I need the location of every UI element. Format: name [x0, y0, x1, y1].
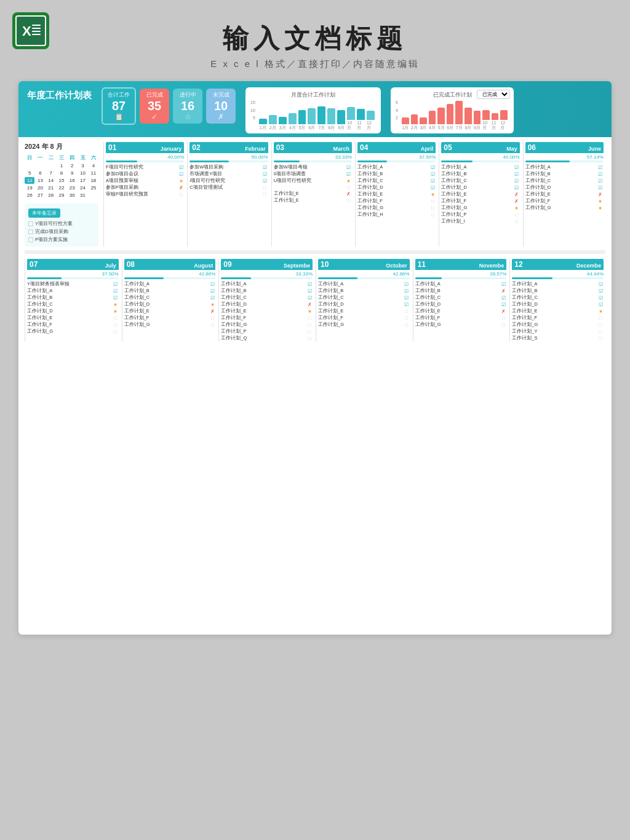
- cal-day[interactable]: 8: [57, 170, 66, 176]
- task-name: 工作计划_G: [415, 322, 500, 328]
- svg-text:X: X: [22, 23, 31, 39]
- monthly-bar-group: 1月: [259, 119, 267, 131]
- monthly-bar-group: 10月: [347, 107, 355, 131]
- cal-day[interactable]: 22: [57, 184, 66, 191]
- cal-day[interactable]: 26: [25, 192, 34, 199]
- cal-day[interactable]: 5: [25, 170, 34, 176]
- task-name: 工作计划_C: [318, 295, 402, 301]
- month-column: 09Septembe33.33%工作计划_A☑工作计划_B☑工作计划_C☑工作计…: [218, 259, 314, 342]
- cal-day[interactable]: 11: [89, 170, 98, 176]
- month-num: 03: [276, 143, 284, 152]
- cal-day[interactable]: 27: [35, 192, 45, 199]
- month-name: Septembe: [284, 263, 310, 269]
- month-column: 11Novembe28.57%工作计划_A☑工作计划_B✗工作计划_C☑工作计划…: [413, 259, 509, 342]
- completed-bar-chart: 1月2月3月4月5月6月7月8月9月10月11月12月: [401, 100, 509, 131]
- status-empty-icon: □: [306, 336, 313, 341]
- status-star-icon: ★: [346, 178, 352, 184]
- task-item: 工作计划_E✗: [525, 191, 604, 197]
- cal-day[interactable]: 18: [89, 177, 98, 184]
- cal-day[interactable]: 20: [35, 184, 45, 191]
- monthly-bar: [279, 117, 287, 124]
- cal-day[interactable]: 19: [25, 184, 34, 191]
- cal-day[interactable]: 24: [78, 184, 87, 191]
- cal-day[interactable]: 12: [25, 177, 34, 184]
- month-name: October: [386, 263, 407, 269]
- task-name: 工作计划_A: [441, 164, 512, 170]
- cal-day[interactable]: 28: [46, 192, 56, 199]
- cal-day[interactable]: 2: [67, 162, 77, 169]
- cal-day[interactable]: 31: [78, 192, 87, 199]
- y-axis-15: 15: [250, 100, 257, 105]
- month-progress: 57.14%: [525, 154, 604, 160]
- month-name: August: [194, 263, 213, 269]
- cal-day[interactable]: 29: [57, 192, 66, 199]
- month-column: 04April37.50%工作计划_A☑工作计划_B☑工作计划_C☑工作计划_D…: [355, 142, 437, 247]
- cal-day[interactable]: 7: [46, 170, 56, 176]
- monthly-bar: [298, 110, 306, 124]
- task-name: 工作计划_G: [512, 322, 596, 328]
- stat-todo-icon: ✗: [211, 113, 231, 121]
- task-item: 参加P项目采购✗: [106, 184, 184, 191]
- cal-day[interactable]: 30: [67, 192, 77, 199]
- bar-month-label-r: 5月: [438, 125, 445, 131]
- month-progress-bar: [512, 277, 604, 279]
- task-item: 工作计划_E✗: [274, 191, 352, 197]
- stat-done-label: 已完成: [145, 91, 164, 99]
- cal-day[interactable]: 3: [78, 162, 87, 169]
- task-name: 工作计划_F: [525, 198, 596, 204]
- month-header: 07July: [27, 259, 119, 270]
- status-empty-icon: □: [404, 322, 410, 328]
- task-name: F项目可行性研究: [106, 164, 177, 170]
- cal-day[interactable]: 6: [35, 170, 45, 176]
- month-progress: 50.00%: [189, 154, 268, 160]
- task-name: 工作计划_G: [357, 205, 428, 211]
- cal-day[interactable]: 15: [57, 177, 66, 184]
- task-item: 工作计划_D☑: [415, 301, 507, 307]
- completed-bar: [492, 113, 499, 120]
- month-num: 11: [418, 260, 426, 269]
- completed-bar-group: 10月: [482, 110, 490, 132]
- task-item: 工作计划_G□: [357, 205, 436, 211]
- month-header: 04April: [357, 142, 436, 153]
- cal-day[interactable]: 9: [67, 170, 77, 176]
- cal-day[interactable]: 1: [57, 162, 66, 169]
- task-name: 工作计划_G: [124, 322, 209, 328]
- status-x-icon: ✗: [514, 199, 520, 204]
- status-empty-icon: □: [404, 309, 410, 314]
- task-name: 工作计划_F: [124, 315, 209, 321]
- status-x-icon: ✗: [209, 309, 215, 314]
- status-done-icon: ☑: [346, 165, 352, 170]
- task-name: 工作计划_B: [415, 288, 500, 294]
- note-checkbox[interactable]: [28, 221, 33, 226]
- note-checkbox[interactable]: [28, 229, 33, 234]
- status-empty-icon: □: [306, 315, 313, 321]
- task-item: 工作计划_F✗: [441, 198, 519, 204]
- cal-day[interactable]: 16: [67, 177, 77, 184]
- task-name: 工作计划_A: [124, 281, 209, 287]
- calendar-grid: 日一二三四五六123456789101112131415161718192021…: [25, 154, 98, 199]
- cal-day[interactable]: 17: [78, 177, 87, 184]
- status-x-icon: ✗: [514, 192, 520, 197]
- task-item: 工作计划_Q□: [221, 335, 313, 341]
- cal-day[interactable]: 23: [67, 184, 77, 191]
- cal-day[interactable]: 13: [35, 177, 45, 184]
- completed-bar: [500, 110, 508, 121]
- stat-total-label: 合计工作: [108, 91, 130, 99]
- cal-day[interactable]: 25: [89, 184, 98, 191]
- month-num: 02: [192, 143, 200, 152]
- cal-day[interactable]: 4: [89, 162, 98, 169]
- bar-month-label-r: 8月: [465, 125, 471, 131]
- task-name: 工作计划_G: [318, 322, 402, 328]
- month-name: July: [105, 263, 116, 269]
- completed-bar-group: 3月: [420, 117, 427, 131]
- note-checkbox[interactable]: [28, 237, 33, 242]
- task-item: 工作计划_F□: [512, 315, 604, 321]
- cal-day[interactable]: 14: [46, 177, 56, 184]
- status-done-icon: ☑: [429, 178, 436, 184]
- cal-day[interactable]: 10: [78, 170, 87, 176]
- task-item: 工作计划_A☑: [221, 281, 313, 287]
- status-done-icon: ☑: [178, 172, 184, 177]
- chart-dropdown[interactable]: 已完成: [477, 90, 510, 99]
- cal-day[interactable]: 21: [46, 184, 56, 191]
- completed-bar-group: 6月: [447, 104, 454, 131]
